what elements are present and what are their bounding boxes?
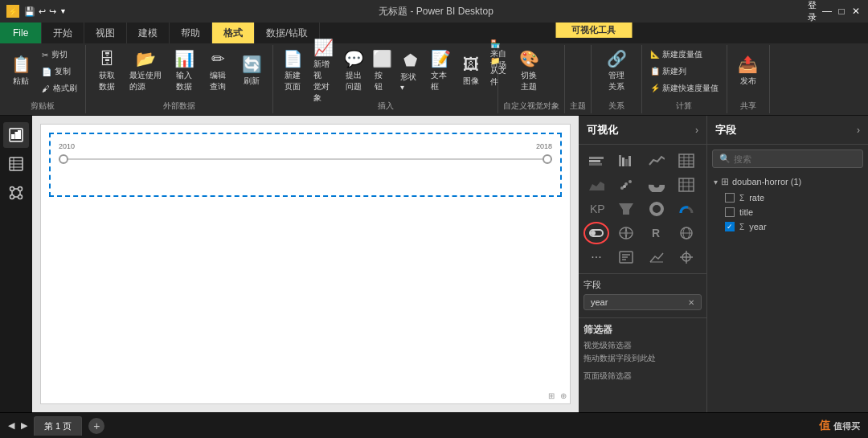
qa-icon: 💬 xyxy=(344,49,364,68)
field-row-rate[interactable]: Σ rate xyxy=(712,190,863,205)
viz-gauge[interactable] xyxy=(674,198,699,220)
title-bar-left: ⚡ 💾 ↩ ↪ ▼ xyxy=(6,5,67,18)
svg-rect-3 xyxy=(18,130,21,139)
tab-home[interactable]: 开始 xyxy=(42,23,84,43)
field-row-year[interactable]: Σ year xyxy=(712,219,863,234)
next-page-icon[interactable]: ▶ xyxy=(21,420,27,431)
year-start: 2010 xyxy=(59,142,75,150)
viz-panel-arrow[interactable]: › xyxy=(695,125,698,136)
maximize-button[interactable]: □ xyxy=(836,6,847,17)
button-insert[interactable]: ⬜ 按钮 xyxy=(370,47,394,95)
input-data-button[interactable]: 📊 输入数据 xyxy=(168,47,200,95)
qa-label: 提出问题 xyxy=(346,70,362,92)
save-icon[interactable]: 💾 xyxy=(24,6,35,17)
viz-format-icon[interactable] xyxy=(613,246,639,268)
ribbon-group-calc: 📐 新建度量值 📋 新建列 ⚡ 新建快速度量值 计算 xyxy=(642,45,727,113)
viz-kpi[interactable]: KPI xyxy=(583,198,609,220)
new-page-button[interactable]: 📄 新建页面 xyxy=(278,47,307,95)
new-column-button[interactable]: 📋 新建列 xyxy=(647,63,722,80)
viz-funnel[interactable] xyxy=(613,198,639,220)
viz-r-visual[interactable]: R xyxy=(644,222,669,244)
login-button[interactable]: 登录 xyxy=(805,6,818,17)
slicer-visual[interactable]: 2010 2018 xyxy=(49,133,562,197)
search-input[interactable] xyxy=(734,154,856,164)
paste-button[interactable]: 📋 粘贴 xyxy=(5,47,37,95)
field-year-remove[interactable]: ✕ xyxy=(688,298,694,307)
viz-visual-filter: 视觉级筛选器 xyxy=(583,340,702,351)
new-page-icon: 📄 xyxy=(283,49,303,68)
viz-slicer[interactable] xyxy=(583,222,609,244)
refresh-button[interactable]: 🔄 刷新 xyxy=(235,47,268,95)
undo-icon[interactable]: ↩ xyxy=(39,6,46,17)
get-data-button[interactable]: 🗄 获取数据 xyxy=(91,47,123,95)
share-group-label: 共享 xyxy=(732,99,764,112)
dropdown-icon[interactable]: ▼ xyxy=(59,7,67,15)
tab-help[interactable]: 帮助 xyxy=(170,23,212,43)
get-data-label: 获取数据 xyxy=(99,70,115,92)
model-view-icon[interactable] xyxy=(3,180,29,206)
tab-file[interactable]: File xyxy=(0,23,42,43)
viz-area-chart[interactable] xyxy=(583,174,609,196)
search-box[interactable]: 🔍 xyxy=(712,149,863,168)
viz-matrix[interactable] xyxy=(674,174,699,196)
add-page-button[interactable]: + xyxy=(88,418,104,434)
viz-donut[interactable] xyxy=(644,198,669,220)
slicer-left-handle[interactable] xyxy=(59,154,68,164)
field-row-title[interactable]: title xyxy=(712,205,863,219)
viz-pie[interactable] xyxy=(644,174,669,196)
copy-button[interactable]: 📄 复制 xyxy=(39,63,80,80)
manage-relations-button[interactable]: 🔗 管理关系 xyxy=(596,47,637,95)
fields-panel-title: 字段 xyxy=(715,123,736,137)
edit-query-button[interactable]: ✏ 编辑查询 xyxy=(202,47,234,95)
viz-more[interactable]: ··· xyxy=(583,246,609,268)
viz-stacked-bar[interactable] xyxy=(583,149,609,172)
viz-fields-icon[interactable] xyxy=(674,246,699,268)
publish-button[interactable]: 📤 发布 xyxy=(732,47,764,95)
resize-icon[interactable]: ⊞ xyxy=(548,391,555,400)
tab-view[interactable]: 视图 xyxy=(84,23,127,43)
tab-data[interactable]: 数据/钻取 xyxy=(255,23,319,43)
tab-format[interactable]: 格式 xyxy=(212,23,255,43)
table-header-douban[interactable]: ▾ ⊞ douban-horror (1) xyxy=(712,173,863,190)
field-title-checkbox[interactable] xyxy=(725,207,735,217)
page-1-tab[interactable]: 第 1 页 xyxy=(34,416,82,436)
shape-button[interactable]: ⬟ 形状▾ xyxy=(395,47,424,95)
button-insert-icon: ⬜ xyxy=(372,49,392,68)
new-visual-button[interactable]: 📈 新增视觉对象 xyxy=(309,47,338,95)
qa-button[interactable]: 💬 提出问题 xyxy=(339,47,368,95)
viz-analytics-icon[interactable] xyxy=(644,246,669,268)
close-button[interactable]: ✕ xyxy=(850,6,862,17)
viz-fields-section: 字段 year ✕ xyxy=(579,273,706,317)
recent-sources-button[interactable]: 📂 最近使用的源 xyxy=(125,47,166,95)
tab-model[interactable]: 建模 xyxy=(127,23,170,43)
viz-table[interactable] xyxy=(674,149,699,172)
viz-clustered-bar[interactable] xyxy=(613,149,639,172)
search-icon: 🔍 xyxy=(719,154,731,164)
format-painter-button[interactable]: 🖌 格式刷 xyxy=(39,80,80,96)
data-view-icon[interactable] xyxy=(3,151,29,177)
textbox-button[interactable]: 📝 文本框 xyxy=(426,47,455,95)
canvas-area[interactable]: 2010 2018 ⊞ ⊕ xyxy=(32,116,579,412)
report-view-icon[interactable] xyxy=(3,122,29,148)
canvas-page: 2010 2018 ⊞ ⊕ xyxy=(40,124,571,404)
slicer-right-handle[interactable] xyxy=(542,154,552,164)
redo-icon[interactable]: ↪ xyxy=(49,6,56,17)
viz-globe[interactable] xyxy=(674,222,699,244)
calc-content: 📐 新建度量值 📋 新建列 ⚡ 新建快速度量值 xyxy=(647,47,722,99)
slicer-track[interactable] xyxy=(59,158,552,160)
viz-line-chart[interactable] xyxy=(644,149,669,172)
minimize-button[interactable]: — xyxy=(821,6,833,17)
viz-map[interactable] xyxy=(613,222,639,244)
fields-panel-arrow[interactable]: › xyxy=(857,125,860,136)
move-icon[interactable]: ⊕ xyxy=(560,391,567,400)
cut-button[interactable]: ✂ 剪切 xyxy=(39,47,80,63)
prev-page-icon[interactable]: ◀ xyxy=(8,420,14,431)
viz-field-pill-year[interactable]: year ✕ xyxy=(583,294,702,310)
quick-measure-button[interactable]: ⚡ 新建快速度量值 xyxy=(647,80,722,96)
new-measure-button[interactable]: 📐 新建度量值 xyxy=(647,47,722,63)
svg-rect-19 xyxy=(589,163,602,166)
image-button[interactable]: 🖼 图像 xyxy=(457,47,485,95)
field-rate-checkbox[interactable] xyxy=(725,193,735,203)
field-year-checkbox[interactable] xyxy=(725,222,735,231)
viz-scatter[interactable] xyxy=(613,174,639,196)
